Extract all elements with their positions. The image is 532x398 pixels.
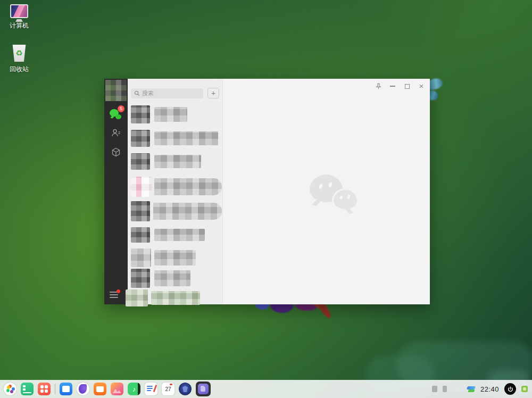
chat-list-panel: 搜索 + bbox=[128, 79, 222, 304]
computer-icon-label: 计算机 bbox=[0, 21, 38, 30]
desktop: 计算机 ♻ 回收站 5 bbox=[0, 0, 532, 398]
chat-list-item[interactable] bbox=[128, 153, 222, 170]
launcher-icon[interactable] bbox=[4, 383, 16, 395]
close-icon: × bbox=[419, 82, 424, 90]
recycle-bin-label: 回收站 bbox=[0, 65, 38, 74]
chat-list-item[interactable] bbox=[128, 227, 222, 243]
multitasking-icon[interactable] bbox=[21, 383, 34, 395]
contacts-icon bbox=[111, 128, 121, 138]
desktop-icon-recycle-bin[interactable]: ♻ 回收站 bbox=[0, 45, 38, 74]
unread-badge: 5 bbox=[118, 105, 124, 112]
wechat-sidebar: 5 bbox=[104, 79, 128, 304]
contacts-nav[interactable] bbox=[104, 126, 128, 140]
pin-button[interactable] bbox=[374, 82, 383, 90]
recycle-bin-icon: ♻ bbox=[12, 45, 27, 62]
wechat-active-icon bbox=[198, 384, 209, 394]
browser-icon[interactable] bbox=[77, 383, 89, 395]
input-method-icon[interactable] bbox=[467, 386, 475, 392]
wechat-window: 5 bbox=[104, 79, 430, 304]
tray-icon[interactable] bbox=[432, 386, 437, 392]
desktop-plugin-icon[interactable] bbox=[521, 386, 528, 392]
chats-icon: 5 bbox=[110, 109, 122, 119]
music-note-glyph: ♪ bbox=[132, 385, 136, 393]
taskbar-clock[interactable]: 22:40 bbox=[480, 385, 499, 393]
calendar-icon[interactable]: 27 bbox=[162, 383, 174, 395]
minimize-button[interactable] bbox=[388, 82, 397, 90]
taskbar-tray: 22:40 bbox=[432, 383, 532, 395]
app-grid-icon[interactable] bbox=[38, 383, 51, 395]
chat-list-item[interactable] bbox=[128, 269, 222, 288]
active-app-slot[interactable] bbox=[196, 382, 211, 396]
chats-nav[interactable]: 5 bbox=[104, 106, 128, 121]
collections-nav[interactable] bbox=[104, 145, 128, 160]
security-center-icon[interactable] bbox=[179, 383, 192, 395]
pen-glyph bbox=[153, 385, 157, 392]
maximize-button[interactable] bbox=[403, 82, 411, 90]
power-button[interactable] bbox=[504, 383, 516, 395]
app-store-icon[interactable] bbox=[94, 383, 106, 395]
file-manager-icon[interactable] bbox=[60, 383, 72, 395]
maximize-icon bbox=[405, 84, 410, 89]
pin-icon bbox=[375, 83, 382, 90]
menu-notification-dot bbox=[117, 289, 120, 293]
minimize-icon bbox=[390, 86, 395, 87]
add-chat-button[interactable]: + bbox=[207, 88, 219, 98]
chat-list-item[interactable] bbox=[128, 289, 222, 306]
chat-main-area: × bbox=[222, 79, 430, 304]
battery-icon[interactable] bbox=[452, 387, 462, 391]
chat-list-item[interactable] bbox=[128, 248, 222, 267]
calendar-day: 27 bbox=[165, 386, 171, 392]
chat-list-item[interactable] bbox=[128, 130, 222, 147]
taskbar-apps: ♪ 27 bbox=[0, 382, 211, 396]
window-titlebar-controls: × bbox=[374, 82, 426, 90]
image-viewer-icon[interactable] bbox=[111, 383, 123, 395]
calendar-red-mark bbox=[170, 384, 172, 385]
computer-icon bbox=[10, 4, 28, 18]
power-icon bbox=[507, 386, 514, 393]
menu-button[interactable] bbox=[110, 292, 118, 298]
chat-list-item[interactable] bbox=[128, 201, 222, 221]
music-icon[interactable]: ♪ bbox=[128, 383, 140, 395]
desktop-icon-computer[interactable]: 计算机 bbox=[0, 4, 38, 30]
user-avatar[interactable] bbox=[105, 80, 127, 101]
recycle-glyph: ♻ bbox=[15, 48, 22, 58]
chat-list-item[interactable] bbox=[128, 177, 222, 197]
taskbar: ♪ 27 22:40 bbox=[0, 380, 532, 398]
wechat-logo-watermark bbox=[310, 175, 368, 217]
taskbar-separator bbox=[55, 384, 55, 394]
chat-list-item[interactable] bbox=[128, 105, 222, 123]
text-editor-icon[interactable] bbox=[145, 383, 157, 395]
search-placeholder: 搜索 bbox=[142, 89, 154, 97]
cube-icon bbox=[111, 147, 121, 157]
close-button[interactable]: × bbox=[417, 82, 426, 90]
search-input[interactable]: 搜索 bbox=[131, 88, 203, 98]
tray-icon[interactable] bbox=[443, 386, 447, 392]
search-icon bbox=[134, 90, 140, 96]
